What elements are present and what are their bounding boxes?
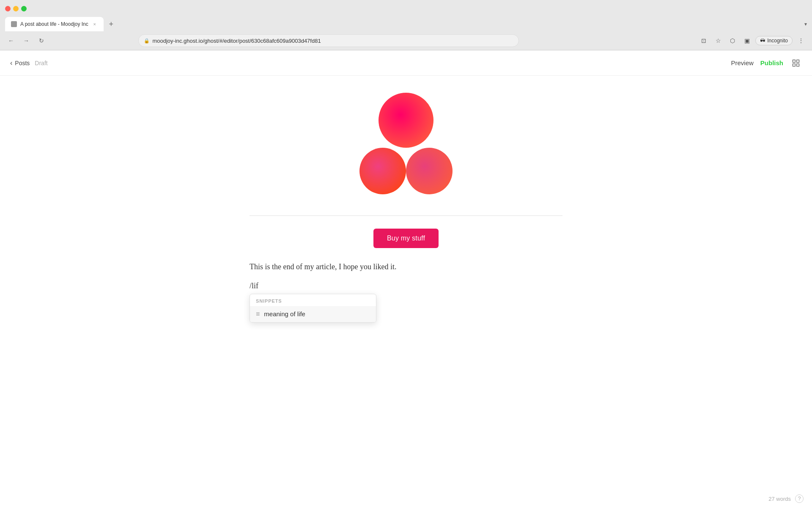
- buy-button-section: Buy my stuff: [250, 229, 562, 248]
- help-button[interactable]: ?: [795, 494, 804, 503]
- active-tab[interactable]: A post about life - Moodjoy Inc ×: [5, 17, 104, 31]
- tab-close-button[interactable]: ×: [92, 21, 98, 27]
- incognito-badge: 🕶 Incognito: [755, 36, 793, 45]
- snippet-label: meaning of life: [264, 310, 305, 318]
- more-options-button[interactable]: ⋮: [795, 35, 807, 47]
- snippets-dropdown: SNIPPETS ≡ meaning of life: [250, 294, 376, 323]
- bookmark-icon[interactable]: ☆: [712, 35, 724, 47]
- snippets-header-label: SNIPPETS: [250, 294, 376, 306]
- content-divider: [250, 215, 562, 216]
- logo-circle-bottom-left: [359, 148, 406, 194]
- lock-icon: 🔒: [144, 38, 150, 44]
- browser-chrome: A post about life - Moodjoy Inc × + ▾ ← …: [0, 0, 812, 50]
- incognito-icon: 🕶: [760, 38, 765, 44]
- maximize-window-button[interactable]: [21, 6, 27, 11]
- extensions-icon[interactable]: ⬡: [727, 35, 738, 47]
- editor-footer: 27 words ?: [768, 494, 804, 503]
- tab-favicon: [11, 21, 17, 27]
- back-label: Posts: [15, 60, 30, 66]
- refresh-button[interactable]: ↻: [36, 35, 47, 47]
- svg-rect-3: [797, 64, 799, 66]
- close-window-button[interactable]: [5, 6, 11, 11]
- new-tab-button[interactable]: +: [105, 18, 117, 30]
- svg-rect-2: [793, 64, 796, 66]
- address-bar: ← → ↻ 🔒 moodjoy-inc.ghost.io/ghost/#/edi…: [0, 31, 812, 50]
- editor-content: Buy my stuff This is the end of my artic…: [0, 76, 812, 504]
- snippet-item-meaning-of-life[interactable]: ≡ meaning of life: [250, 306, 376, 322]
- tab-title-text: A post about life - Moodjoy Inc: [20, 21, 88, 27]
- logo-section: [250, 76, 562, 207]
- editor-container: ‹ Posts Draft Preview Publish: [0, 50, 812, 504]
- title-bar: [0, 0, 812, 17]
- url-text: moodjoy-inc.ghost.io/ghost/#/editor/post…: [152, 38, 321, 44]
- tabs-bar: A post about life - Moodjoy Inc × + ▾: [0, 17, 812, 31]
- draft-status-label: Draft: [35, 60, 47, 66]
- buy-stuff-button[interactable]: Buy my stuff: [373, 229, 439, 248]
- slash-command-input[interactable]: /lif: [250, 282, 562, 290]
- logo-circles: [355, 93, 457, 194]
- editor-inner: Buy my stuff This is the end of my artic…: [250, 76, 562, 487]
- logo-circle-top: [379, 93, 433, 148]
- snippet-icon: ≡: [256, 310, 260, 318]
- word-count: 27 words: [768, 496, 791, 502]
- url-input[interactable]: 🔒 moodjoy-inc.ghost.io/ghost/#/editor/po…: [138, 34, 519, 47]
- back-button[interactable]: ←: [5, 35, 17, 47]
- article-text: This is the end of my article, I hope yo…: [250, 261, 562, 282]
- header-right-actions: Preview Publish: [731, 57, 802, 69]
- minimize-window-button[interactable]: [13, 6, 19, 11]
- preview-button[interactable]: Preview: [731, 59, 753, 66]
- editor-header: ‹ Posts Draft Preview Publish: [0, 50, 812, 76]
- tabs-expand-arrow[interactable]: ▾: [804, 21, 807, 27]
- svg-rect-1: [797, 60, 799, 62]
- logo-circle-bottom-right: [406, 148, 453, 194]
- back-to-posts-link[interactable]: ‹ Posts: [10, 59, 30, 67]
- editor-settings-icon[interactable]: [790, 57, 802, 69]
- cast-icon[interactable]: ⊡: [698, 35, 710, 47]
- svg-rect-0: [793, 60, 796, 62]
- back-arrow-icon: ‹: [10, 59, 12, 67]
- incognito-label: Incognito: [767, 38, 788, 44]
- traffic-lights: [5, 6, 27, 11]
- forward-button[interactable]: →: [20, 35, 32, 47]
- split-screen-icon[interactable]: ▣: [741, 35, 753, 47]
- publish-button[interactable]: Publish: [760, 59, 783, 66]
- toolbar-right: ⊡ ☆ ⬡ ▣ 🕶 Incognito ⋮: [698, 35, 807, 47]
